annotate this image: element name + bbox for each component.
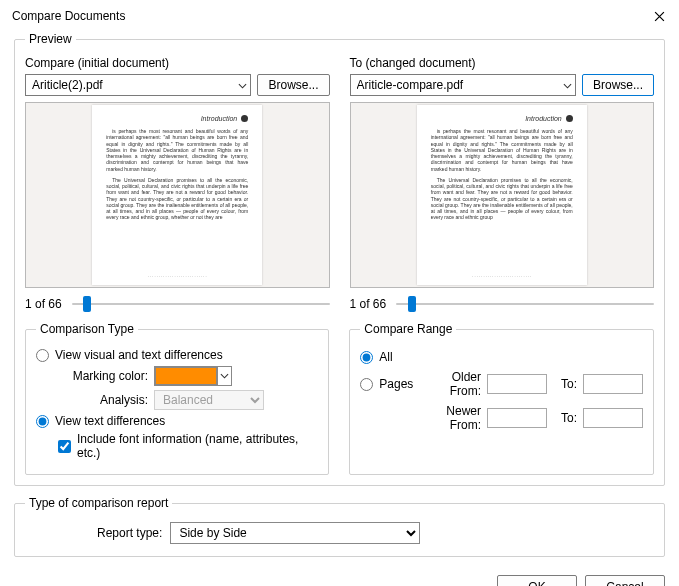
compare-label: Compare (initial document): [25, 56, 330, 70]
newer-to-input[interactable]: [583, 408, 643, 428]
compare-thumbnail: Introduction is perhaps the most resonan…: [25, 102, 330, 288]
to-page-preview: Introduction is perhaps the most resonan…: [417, 105, 587, 285]
chevron-down-icon: [217, 367, 231, 385]
to-thumbnail: Introduction is perhaps the most resonan…: [350, 102, 655, 288]
compare-range-group: Compare Range All Pages Older From: To: …: [349, 322, 654, 475]
to-column: To (changed document) Browse... Introduc…: [350, 54, 655, 312]
to-page-info: 1 of 66: [350, 297, 387, 311]
compare-column: Compare (initial document) Browse... Int…: [25, 54, 330, 312]
titlebar: Compare Documents: [0, 0, 679, 28]
older-from-label: Older From:: [446, 370, 481, 398]
dialog-title: Compare Documents: [12, 9, 125, 23]
compare-browse-button[interactable]: Browse...: [257, 74, 329, 96]
newer-from-input[interactable]: [487, 408, 547, 428]
preview-group: Preview Compare (initial document) Brows…: [14, 32, 665, 486]
ok-button[interactable]: OK: [497, 575, 577, 586]
cancel-button[interactable]: Cancel: [585, 575, 665, 586]
slider-thumb[interactable]: [408, 296, 416, 312]
newer-from-label: Newer From:: [446, 404, 481, 432]
preview-legend: Preview: [25, 32, 76, 46]
marking-color-swatch: [155, 367, 217, 385]
radio-text-only-label[interactable]: View text differences: [55, 414, 165, 428]
older-to-input[interactable]: [583, 374, 643, 394]
analysis-select[interactable]: Balanced: [154, 390, 264, 410]
to-label: To (changed document): [350, 56, 655, 70]
compare-page-preview: Introduction is perhaps the most resonan…: [92, 105, 262, 285]
report-type-label: Report type:: [97, 526, 162, 540]
compare-range-legend: Compare Range: [360, 322, 456, 336]
report-type-select[interactable]: Side by Side: [170, 522, 420, 544]
comparison-type-group: Comparison Type View visual and text dif…: [25, 322, 329, 475]
compare-file-input[interactable]: [25, 74, 251, 96]
radio-range-pages-label[interactable]: Pages: [379, 377, 413, 391]
include-font-label[interactable]: Include font information (name, attribut…: [77, 432, 318, 460]
radio-text-only[interactable]: [36, 415, 49, 428]
dialog-footer: OK Cancel: [0, 565, 679, 586]
close-icon: [654, 11, 665, 22]
to-page-slider[interactable]: [396, 296, 654, 312]
analysis-label: Analysis:: [58, 393, 148, 407]
marking-color-picker[interactable]: [154, 366, 232, 386]
radio-visual-text[interactable]: [36, 349, 49, 362]
radio-range-pages[interactable]: [360, 378, 373, 391]
radio-visual-text-label[interactable]: View visual and text differences: [55, 348, 223, 362]
to-file-input[interactable]: [350, 74, 576, 96]
newer-to-label: To:: [553, 411, 577, 425]
report-type-group: Type of comparison report Report type: S…: [14, 496, 665, 557]
marking-color-label: Marking color:: [58, 369, 148, 383]
include-font-checkbox[interactable]: [58, 440, 71, 453]
compare-page-slider[interactable]: [72, 296, 330, 312]
older-from-input[interactable]: [487, 374, 547, 394]
to-browse-button[interactable]: Browse...: [582, 74, 654, 96]
radio-range-all[interactable]: [360, 351, 373, 364]
older-to-label: To:: [553, 377, 577, 391]
compare-file-combo[interactable]: [25, 74, 251, 96]
to-file-combo[interactable]: [350, 74, 576, 96]
comparison-type-legend: Comparison Type: [36, 322, 138, 336]
compare-page-info: 1 of 66: [25, 297, 62, 311]
slider-thumb[interactable]: [83, 296, 91, 312]
report-type-legend: Type of comparison report: [25, 496, 172, 510]
close-button[interactable]: [651, 8, 667, 24]
radio-range-all-label[interactable]: All: [379, 350, 392, 364]
